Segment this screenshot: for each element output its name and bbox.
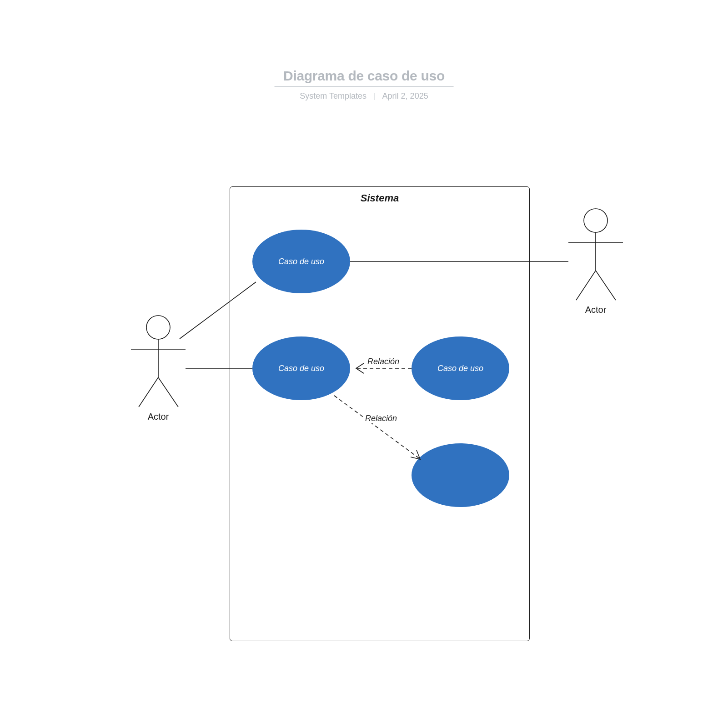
svg-line-4	[158, 377, 178, 407]
actor-right-icon	[568, 209, 623, 300]
usecase-1: Caso de uso	[252, 230, 350, 293]
relation-label-1: Relación	[366, 357, 401, 367]
svg-point-5	[584, 209, 608, 232]
usecase-2-label: Caso de uso	[278, 364, 324, 373]
relation-label-2: Relación	[364, 414, 398, 423]
usecase-4	[412, 443, 509, 507]
actor-left-label: Actor	[145, 412, 172, 422]
usecase-3-label: Caso de uso	[437, 364, 483, 373]
system-title: Sistema	[230, 192, 529, 204]
usecase-2: Caso de uso	[252, 336, 350, 400]
svg-point-0	[146, 316, 170, 339]
actor-left-icon	[131, 316, 186, 407]
usecase-3: Caso de uso	[412, 336, 509, 400]
svg-line-8	[576, 271, 596, 300]
svg-line-9	[596, 271, 616, 300]
diagram-canvas: Sistema Caso de uso Caso de uso Caso de …	[0, 0, 728, 728]
actor-right-label: Actor	[582, 305, 609, 315]
svg-line-3	[139, 377, 158, 407]
usecase-1-label: Caso de uso	[278, 257, 324, 266]
